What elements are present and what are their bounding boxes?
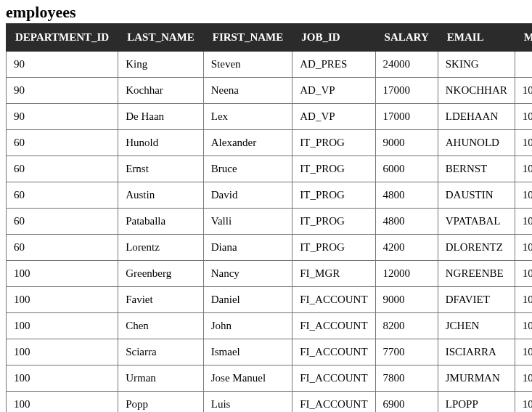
cell-salary: 17000 (375, 104, 438, 130)
cell-job-id: FI_ACCOUNT (292, 392, 375, 413)
cell-department-id: 90 (7, 104, 118, 130)
cell-salary: 4800 (375, 182, 438, 209)
cell-last-name: Urman (118, 365, 204, 392)
cell-job-id: FI_ACCOUNT (292, 365, 375, 392)
cell-salary: 9000 (375, 287, 438, 313)
cell-manager-id: 108 (515, 392, 532, 413)
cell-email: LDEHAAN (438, 104, 515, 130)
employees-table: DEPARTMENT_ID LAST_NAME FIRST_NAME JOB_I… (6, 23, 532, 412)
table-row: 100UrmanJose ManuelFI_ACCOUNT7800JMURMAN… (7, 365, 533, 392)
cell-first-name: Steven (203, 52, 292, 78)
cell-first-name: Bruce (203, 156, 292, 182)
col-department-id: DEPARTMENT_ID (7, 24, 118, 52)
cell-manager-id: 103 (515, 156, 532, 182)
cell-job-id: IT_PROG (292, 209, 375, 235)
cell-last-name: Faviet (118, 287, 204, 313)
cell-salary: 7800 (375, 365, 438, 392)
table-row: 100PoppLuisFI_ACCOUNT6900LPOPP108 (7, 392, 533, 413)
table-row: 60HunoldAlexanderIT_PROG9000AHUNOLD102 (7, 130, 533, 156)
cell-salary: 6000 (375, 156, 438, 182)
col-last-name: LAST_NAME (118, 24, 204, 52)
cell-salary: 7700 (375, 339, 438, 365)
cell-salary: 12000 (375, 261, 438, 287)
cell-department-id: 100 (7, 313, 118, 339)
cell-manager-id: 108 (515, 365, 532, 392)
cell-salary: 17000 (375, 78, 438, 104)
cell-manager-id: 103 (515, 209, 532, 235)
cell-job-id: IT_PROG (292, 182, 375, 209)
cell-department-id: 60 (7, 156, 118, 182)
col-first-name: FIRST_NAME (203, 24, 292, 52)
cell-first-name: John (203, 313, 292, 339)
cell-job-id: AD_PRES (292, 52, 375, 78)
cell-first-name: Ismael (203, 339, 292, 365)
cell-email: NKOCHHAR (438, 78, 515, 104)
cell-salary: 4800 (375, 209, 438, 235)
cell-email: AHUNOLD (438, 130, 515, 156)
cell-salary: 9000 (375, 130, 438, 156)
cell-manager-id: 100 (515, 78, 532, 104)
cell-email: LPOPP (438, 392, 515, 413)
cell-job-id: FI_ACCOUNT (292, 287, 375, 313)
cell-salary: 24000 (375, 52, 438, 78)
table-row: 60AustinDavidIT_PROG4800DAUSTIN103 (7, 182, 533, 209)
table-row: 100GreenbergNancyFI_MGR12000NGREENBE101 (7, 261, 533, 287)
table-body: 90KingStevenAD_PRES24000SKING90KochharNe… (7, 52, 533, 413)
cell-department-id: 100 (7, 392, 118, 413)
col-salary: SALARY (375, 24, 438, 52)
cell-manager-id (515, 52, 532, 78)
cell-email: NGREENBE (438, 261, 515, 287)
cell-last-name: Greenberg (118, 261, 204, 287)
cell-department-id: 100 (7, 287, 118, 313)
cell-job-id: AD_VP (292, 104, 375, 130)
cell-email: VPATABAL (438, 209, 515, 235)
cell-email: JCHEN (438, 313, 515, 339)
cell-first-name: Valli (203, 209, 292, 235)
table-title: employees (6, 3, 526, 22)
cell-department-id: 60 (7, 130, 118, 156)
cell-last-name: Sciarra (118, 339, 204, 365)
cell-email: DLORENTZ (438, 235, 515, 261)
cell-job-id: FI_ACCOUNT (292, 313, 375, 339)
cell-salary: 8200 (375, 313, 438, 339)
cell-job-id: FI_ACCOUNT (292, 339, 375, 365)
cell-email: DAUSTIN (438, 182, 515, 209)
cell-manager-id: 102 (515, 130, 532, 156)
cell-department-id: 60 (7, 235, 118, 261)
cell-first-name: Neena (203, 78, 292, 104)
cell-manager-id: 108 (515, 287, 532, 313)
table-row: 60ErnstBruceIT_PROG6000BERNST103 (7, 156, 533, 182)
cell-job-id: AD_VP (292, 78, 375, 104)
cell-job-id: FI_MGR (292, 261, 375, 287)
cell-first-name: Jose Manuel (203, 365, 292, 392)
cell-department-id: 60 (7, 209, 118, 235)
cell-department-id: 100 (7, 365, 118, 392)
cell-email: ISCIARRA (438, 339, 515, 365)
table-row: 90KochharNeenaAD_VP17000NKOCHHAR100 (7, 78, 533, 104)
table-row: 90KingStevenAD_PRES24000SKING (7, 52, 533, 78)
col-job-id: JOB_ID (292, 24, 375, 52)
cell-manager-id: 108 (515, 339, 532, 365)
table-row: 60LorentzDianaIT_PROG4200DLORENTZ103 (7, 235, 533, 261)
cell-manager-id: 103 (515, 182, 532, 209)
cell-last-name: King (118, 52, 204, 78)
cell-department-id: 90 (7, 52, 118, 78)
cell-last-name: Chen (118, 313, 204, 339)
cell-manager-id: 101 (515, 261, 532, 287)
table-row: 100ChenJohnFI_ACCOUNT8200JCHEN108 (7, 313, 533, 339)
cell-salary: 4200 (375, 235, 438, 261)
cell-last-name: Hunold (118, 130, 204, 156)
cell-department-id: 100 (7, 339, 118, 365)
cell-first-name: Nancy (203, 261, 292, 287)
cell-email: SKING (438, 52, 515, 78)
cell-first-name: Lex (203, 104, 292, 130)
cell-first-name: Luis (203, 392, 292, 413)
cell-email: JMURMAN (438, 365, 515, 392)
cell-job-id: IT_PROG (292, 130, 375, 156)
cell-first-name: Diana (203, 235, 292, 261)
cell-job-id: IT_PROG (292, 156, 375, 182)
cell-first-name: David (203, 182, 292, 209)
cell-job-id: IT_PROG (292, 235, 375, 261)
cell-email: BERNST (438, 156, 515, 182)
cell-manager-id: 108 (515, 313, 532, 339)
